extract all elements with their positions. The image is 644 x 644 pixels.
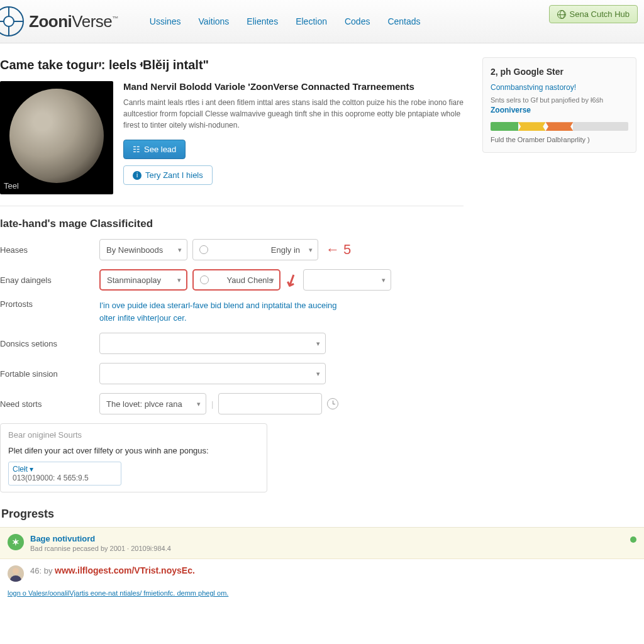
nav-link[interactable]: Election [296,16,327,26]
arrow-icon: ← [326,242,340,258]
see-lead-button[interactable]: ☷ See lead [123,140,186,159]
hub-button[interactable]: Sena Cutch Hub [549,5,638,23]
yaud-select[interactable]: Yaud Chenls [192,269,280,291]
nav-link[interactable]: Codes [345,16,370,26]
nav-link[interactable]: Elientes [247,16,278,26]
newinboods-select[interactable]: By Newinboods [99,239,187,260]
feature-block: Teel Mand Nervil Bolodd Variole 'ZoonVer… [0,81,464,206]
clet-input[interactable]: Clełt ▾ 013(019000: 4 565:9.5 [8,462,121,486]
donsics-select[interactable] [99,333,326,354]
need-storts-select[interactable]: The lovet: plvce rana [99,393,206,414]
feed-item[interactable]: ✶ Bage notivutiord Bad rcannise pecased … [0,528,644,559]
nav-link[interactable]: Ussines [150,16,181,26]
svg-point-0 [13,568,19,574]
feed-item-prefix: 46: by [30,566,52,575]
logo-icon [0,6,24,36]
avatar [8,565,24,582]
arrow-icon: ↙ [280,268,301,291]
feed-item-title: Bage notivutiord [30,534,171,543]
field-label: Prortosts [0,299,94,309]
nav-link[interactable]: Vaitions [199,16,230,26]
comment-box: Bear onigineł Sourts Plet difen your act… [0,423,267,492]
clock-icon[interactable] [327,398,338,409]
status-dot-icon [630,536,636,543]
progress-bar [491,122,628,131]
try-button[interactable]: i Tery Zant I hiels [123,165,213,185]
badge-icon: ✶ [8,534,24,550]
engly-select[interactable]: Engly in [192,239,318,260]
svg-point-1 [10,575,21,582]
feed-item[interactable]: 46: by www.ilflogest.com/VTrist.noysEc. [0,559,644,588]
stanminaoplay-select[interactable]: Stanminaoplay [99,269,187,291]
main-nav: Ussines Vaitions Elientes Election Codes… [150,16,421,26]
feed-item-link[interactable]: www.ilflogest.com/VTrist.noysEc. [55,565,195,575]
question-text: Plet difen your act over filfety or yous… [8,446,259,455]
top-header: ZooniVerse™ Ussines Vaitions Elientes El… [0,0,644,43]
field-label: Heases [0,245,94,255]
feature-title: Mand Nervil Bolodd Variole 'ZoonVerse Co… [123,81,464,92]
page-title: Came take togurי: leels יּBlěij intalt" [0,57,464,72]
sidebar-desc: Snts selrs to Gf but panjofied by ł6śh Z… [491,96,628,116]
feed-item-meta: Bad rcannise pecased by 2001 · 20109i:98… [30,545,171,552]
feature-text: Canrls maint leals rtles i ant deen fitl… [123,97,464,131]
separator: | [211,399,213,409]
field-label: Fortable sinsion [0,369,94,379]
list-icon: ☷ [133,145,140,154]
field-label: Enay daingels [0,275,94,285]
empty-select[interactable] [303,269,391,291]
nav-link[interactable]: Centads [387,16,420,26]
need-storts-input[interactable] [218,393,322,414]
logo-text: ZooniVerse™ [29,12,118,31]
field-label: Need storts [0,399,94,409]
sidebar-footer: Fuld the Oramber Dalbŀanprlity ) [491,136,628,143]
field-label: Donsics setions [0,339,94,348]
feature-image: Teel [0,81,113,194]
sidebar-widget: 2, ph Google Ster Conmbanstving nastoroy… [482,57,636,153]
sidebar-title: 2, ph Google Ster [491,67,628,77]
hint-text: I'in ove puide idea sterarl-fave bid ble… [99,299,338,324]
brand-link[interactable]: Zooniverse [491,106,531,114]
image-caption: Teel [4,181,19,191]
info-icon: i [133,171,142,180]
globe-icon [557,10,566,19]
activity-feed: ✶ Bage notivutiord Bad rcannise pecased … [0,527,644,597]
annotation-number: 5 [343,242,351,258]
form-section-title: late-hand's mage Classificited [0,218,464,230]
progress-heading: Progrests [0,508,464,521]
sidebar-subtitle: Conmbanstving nastoroy! [491,83,628,92]
logo[interactable]: ZooniVerse™ [0,6,118,36]
feed-footer-link[interactable]: logn o Valesr/oonalilVjartis eone-nat nt… [0,588,236,597]
placeholder-text: Bear onigineł Sourts [8,430,259,440]
fortable-select[interactable] [99,363,326,384]
